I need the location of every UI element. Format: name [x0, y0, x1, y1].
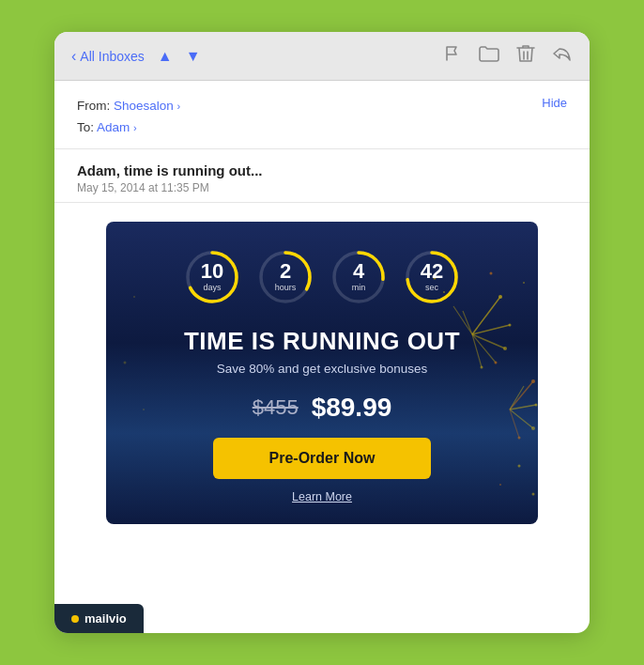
to-chevron-icon: ›	[133, 122, 137, 133]
svg-point-27	[532, 492, 535, 495]
reply-icon[interactable]	[552, 45, 573, 67]
countdown-seconds-inner: 42 sec	[403, 248, 461, 306]
svg-point-20	[518, 436, 521, 439]
promo-headline: TIME IS RUNNING OUT	[125, 327, 519, 356]
trash-icon[interactable]	[516, 43, 535, 69]
svg-point-18	[535, 403, 538, 406]
countdown-seconds: 42 sec	[403, 248, 461, 306]
email-header: From: Shoesalon › To: Adam › Hide	[54, 81, 590, 149]
price-row: $455 $89.99	[125, 393, 519, 423]
email-from-to: From: Shoesalon › To: Adam ›	[77, 96, 180, 139]
flag-icon[interactable]	[443, 44, 462, 68]
countdown-days: 10 days	[183, 248, 241, 306]
email-client-window: ‹ All Inboxes ▲ ▼	[54, 32, 590, 633]
countdown-days-circle: 10 days	[183, 248, 241, 306]
to-label: To:	[77, 120, 94, 134]
toolbar: ‹ All Inboxes ▲ ▼	[54, 32, 590, 81]
countdown-days-inner: 10 days	[183, 248, 241, 306]
svg-point-17	[531, 379, 535, 383]
hours-label: hours	[275, 283, 297, 292]
folder-icon[interactable]	[479, 45, 499, 67]
mailvio-badge: mailvio	[54, 604, 144, 633]
cta-button[interactable]: Pre-Order Now	[213, 438, 432, 479]
promo-subtext: Save 80% and get exclusive bonuses	[125, 362, 519, 376]
to-value[interactable]: Adam	[97, 120, 130, 134]
hide-button[interactable]: Hide	[542, 96, 567, 110]
nav-up-button[interactable]: ▲	[154, 46, 176, 67]
countdown-row: 10 days 2 hours	[125, 248, 519, 306]
svg-point-24	[523, 282, 525, 284]
price-new: $89.99	[312, 393, 392, 423]
back-label: All Inboxes	[80, 49, 144, 64]
email-subject: Adam, time is running out...	[77, 162, 567, 178]
back-arrow-icon: ‹	[71, 48, 76, 65]
back-button[interactable]: ‹ All Inboxes	[71, 48, 145, 65]
toolbar-left: ‹ All Inboxes ▲ ▼	[71, 46, 205, 67]
days-label: days	[203, 283, 221, 292]
hours-value: 2	[280, 261, 291, 282]
email-subject-area: Adam, time is running out... May 15, 201…	[54, 149, 590, 203]
from-label: From:	[77, 99, 110, 113]
countdown-minutes-circle: 4 min	[330, 248, 388, 306]
email-body: 10 days 2 hours	[54, 203, 590, 547]
email-date: May 15, 2014 at 11:35 PM	[77, 181, 567, 194]
promo-banner: 10 days 2 hours	[106, 222, 538, 524]
brand-label: mailvio	[84, 611, 127, 626]
nav-arrows: ▲ ▼	[154, 46, 205, 67]
from-value[interactable]: Shoesalon	[114, 99, 174, 113]
svg-point-19	[531, 426, 535, 430]
min-value: 4	[353, 261, 364, 282]
svg-point-26	[499, 484, 501, 486]
nav-down-button[interactable]: ▼	[182, 46, 205, 67]
toolbar-right	[443, 43, 573, 69]
sec-value: 42	[421, 261, 443, 282]
min-label: min	[352, 283, 366, 292]
email-meta: From: Shoesalon › To: Adam › Hide	[77, 96, 567, 139]
countdown-hours: 2 hours	[256, 248, 314, 306]
sec-label: sec	[425, 283, 438, 292]
from-chevron-icon: ›	[177, 101, 181, 112]
countdown-hours-circle: 2 hours	[256, 248, 314, 306]
days-value: 10	[201, 261, 223, 282]
svg-point-25	[518, 464, 521, 467]
learn-more-link[interactable]: Learn More	[125, 490, 519, 503]
price-old: $455	[253, 395, 299, 420]
countdown-minutes-inner: 4 min	[330, 248, 388, 306]
mailvio-dot-icon	[71, 615, 79, 623]
from-row: From: Shoesalon ›	[77, 96, 180, 117]
to-row: To: Adam ›	[77, 117, 180, 139]
countdown-hours-inner: 2 hours	[256, 248, 314, 306]
countdown-seconds-circle: 42 sec	[403, 248, 461, 306]
countdown-minutes: 4 min	[330, 248, 388, 306]
